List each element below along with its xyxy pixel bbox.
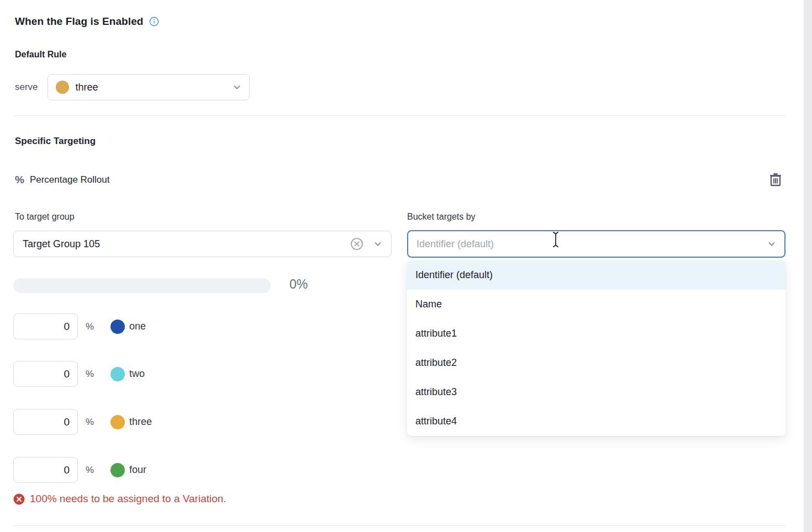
window-edge-strip xyxy=(804,0,812,532)
variation-weight-row: % four xyxy=(13,457,146,483)
error-text: 100% needs to be assigned to a Variation… xyxy=(30,493,226,505)
chevron-down-icon xyxy=(233,83,241,92)
delete-rollout-button[interactable] xyxy=(767,171,784,189)
chevron-down-icon xyxy=(373,240,382,248)
variation-label: three xyxy=(129,416,152,428)
percent-sign: % xyxy=(86,369,98,380)
variation-one-weight-input[interactable] xyxy=(13,313,78,339)
bucket-targets-dropdown: Identifier (default) Name attribute1 att… xyxy=(407,260,785,436)
dropdown-option-attribute4[interactable]: attribute4 xyxy=(407,407,785,436)
default-rule-heading: Default Rule xyxy=(15,50,66,60)
dropdown-option-attribute2[interactable]: attribute2 xyxy=(407,348,785,377)
percentage-rollout-header: % Percentage Rollout xyxy=(15,171,784,189)
dropdown-option-attribute3[interactable]: attribute3 xyxy=(407,377,785,407)
variation-weight-row: % one xyxy=(13,313,146,339)
rollout-progress-bar xyxy=(13,278,271,293)
percent-sign: % xyxy=(86,465,98,476)
rollout-progress-percent: 0% xyxy=(289,277,308,292)
to-target-group-label: To target group xyxy=(15,212,75,222)
variation-color-dot xyxy=(110,367,125,381)
serve-label: serve xyxy=(15,82,38,93)
info-icon[interactable] xyxy=(149,17,159,26)
variation-label: one xyxy=(129,321,146,332)
variation-label: four xyxy=(129,464,146,476)
trash-icon xyxy=(768,172,783,189)
variation-color-dot xyxy=(110,415,125,429)
variation-two-weight-input[interactable] xyxy=(13,361,78,387)
percent-sign: % xyxy=(86,321,98,332)
variation-four-weight-input[interactable] xyxy=(13,457,78,483)
error-circle-x-icon xyxy=(13,493,25,505)
percent-icon: % xyxy=(15,174,24,186)
flag-enabled-header: When the Flag is Enabled xyxy=(15,15,159,28)
bucket-targets-by-input[interactable] xyxy=(416,238,767,250)
variation-weight-row: % three xyxy=(13,409,152,435)
rollout-error-message: 100% needs to be assigned to a Variation… xyxy=(13,493,226,505)
dropdown-option-identifier[interactable]: Identifier (default) xyxy=(407,260,785,290)
circle-x-icon[interactable] xyxy=(350,237,363,251)
percent-sign: % xyxy=(86,417,98,428)
dropdown-option-attribute1[interactable]: attribute1 xyxy=(407,319,785,348)
target-group-value: Target Group 105 xyxy=(23,238,350,250)
variation-color-dot xyxy=(56,81,69,94)
dropdown-option-name[interactable]: Name xyxy=(407,290,785,319)
section-divider xyxy=(13,115,785,116)
bucket-targets-by-label: Bucket targets by xyxy=(407,212,476,222)
target-group-select[interactable]: Target Group 105 xyxy=(13,231,392,257)
variation-color-dot xyxy=(110,320,125,334)
flag-targeting-page: When the Flag is Enabled Default Rule se… xyxy=(0,0,812,532)
percentage-rollout-title: Percentage Rollout xyxy=(30,174,110,185)
bucket-targets-by-field xyxy=(407,230,785,258)
section-divider xyxy=(13,525,785,526)
page-title: When the Flag is Enabled xyxy=(15,15,144,28)
specific-targeting-heading: Specific Targeting xyxy=(15,136,96,147)
variation-weight-row: % two xyxy=(13,361,145,387)
default-variation-value: three xyxy=(76,82,226,93)
chevron-down-icon xyxy=(767,240,776,248)
variation-label: two xyxy=(129,368,145,380)
default-rule-serve-row: serve three xyxy=(15,74,250,100)
default-variation-select[interactable]: three xyxy=(48,74,250,100)
variation-three-weight-input[interactable] xyxy=(13,409,78,435)
variation-color-dot xyxy=(110,463,125,477)
